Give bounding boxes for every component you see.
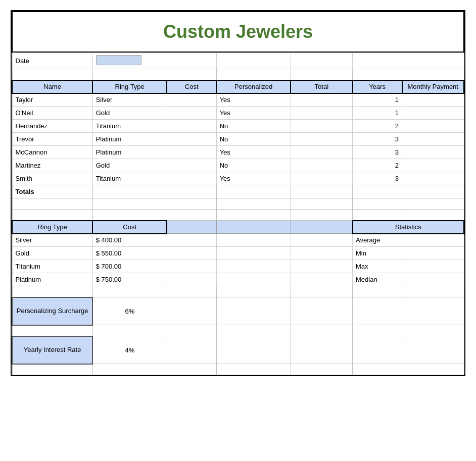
col-header-years: Years (353, 80, 402, 93)
cell-cost (167, 120, 216, 133)
lookup-row: Silver $ 400.00 Average (12, 234, 464, 247)
cell-ringtype: Titanium (92, 172, 167, 185)
cell-personalized: No (216, 159, 291, 172)
table-row: McCannon Platinum Yes 3 (12, 146, 464, 159)
empty-cell (167, 53, 216, 69)
cell-name: Smith (12, 172, 92, 185)
cell-personalized: Yes (216, 146, 291, 159)
col-header-personalized: Personalized (216, 80, 291, 93)
lookup-ringtype-1: Gold (12, 247, 92, 260)
cell-personalized: Yes (216, 107, 291, 120)
surcharge-value: 6% (92, 297, 167, 325)
column-headers: Name Ring Type Cost Personalized Total Y… (12, 80, 464, 93)
cell-name: Taylor (12, 93, 92, 107)
spacer-row (12, 325, 464, 336)
stat-value-3 (402, 273, 464, 286)
cell-personalized: Yes (216, 172, 291, 185)
cell-name: Trevor (12, 133, 92, 146)
col-header-ringtype: Ring Type (92, 80, 167, 93)
cell-years: 1 (353, 107, 402, 120)
cell-name: McCannon (12, 146, 92, 159)
cell-years: 3 (353, 172, 402, 185)
cell-cost (167, 133, 216, 146)
surcharge-label: Personalizing Surcharge (12, 297, 92, 325)
stat-label-2: Max (353, 260, 402, 273)
spacer-row (12, 69, 464, 80)
col-header-name: Name (12, 80, 92, 93)
cell-personalized: Yes (216, 93, 291, 107)
spreadsheet-container: Custom Jewelers Date Name Ring Type Cost… (11, 10, 465, 376)
cell-monthly (402, 172, 464, 185)
totals-label: Totals (12, 185, 92, 198)
cell-total (291, 159, 352, 172)
cell-ringtype: Titanium (92, 120, 167, 133)
empty-cell (353, 53, 402, 69)
spacer-row (12, 364, 464, 375)
lookup-cost-3: $ 750.00 (92, 273, 167, 286)
cell-name: Martinez (12, 159, 92, 172)
surcharge-row: Personalizing Surcharge 6% (12, 297, 464, 325)
col-header-cost: Cost (167, 80, 216, 93)
table-row: Smith Titanium Yes 3 (12, 172, 464, 185)
table-row: O'Neil Gold Yes 1 (12, 107, 464, 120)
spacer-row (12, 210, 464, 221)
cell-personalized: No (216, 120, 291, 133)
lookup-ringtype-3: Platinum (12, 273, 92, 286)
statistics-header: Statistics (353, 221, 464, 234)
cell-ringtype: Gold (92, 159, 167, 172)
date-value[interactable] (96, 55, 141, 65)
lookup-row: Gold $ 550.00 Min (12, 247, 464, 260)
lookup-header-ringtype: Ring Type (12, 221, 92, 234)
cell-years: 2 (353, 120, 402, 133)
stat-label-3: Median (353, 273, 402, 286)
empty-cell (216, 53, 291, 69)
cell-monthly (402, 146, 464, 159)
cell-monthly (402, 93, 464, 107)
stat-label-0: Average (353, 234, 402, 247)
cell-total (291, 93, 352, 107)
cell-cost (167, 107, 216, 120)
cell-ringtype: Silver (92, 93, 167, 107)
stat-value-2 (402, 260, 464, 273)
cell-cost (167, 159, 216, 172)
lookup-ringtype-2: Titanium (12, 260, 92, 273)
table-row: Martinez Gold No 2 (12, 159, 464, 172)
lookup-cost-1: $ 550.00 (92, 247, 167, 260)
cell-cost (167, 172, 216, 185)
date-input-cell[interactable] (92, 53, 167, 69)
cell-ringtype: Gold (92, 107, 167, 120)
stat-label-1: Min (353, 247, 402, 260)
cell-monthly (402, 159, 464, 172)
cell-ringtype: Platinum (92, 133, 167, 146)
lookup-cost-0: $ 400.00 (92, 234, 167, 247)
lookup-row: Titanium $ 700.00 Max (12, 260, 464, 273)
date-row: Date (12, 53, 464, 69)
main-table: Date Name Ring Type Cost Personalized To… (12, 53, 464, 375)
empty-cell (291, 53, 352, 69)
lookup-header-cost: Cost (92, 221, 167, 234)
cell-years: 2 (353, 159, 402, 172)
col-header-total: Total (291, 80, 352, 93)
spacer-row (12, 286, 464, 297)
title-row: Custom Jewelers (12, 11, 464, 53)
stat-value-1 (402, 247, 464, 260)
interest-value: 4% (92, 336, 167, 364)
cell-cost (167, 146, 216, 159)
cell-monthly (402, 107, 464, 120)
lookup-cost-2: $ 700.00 (92, 260, 167, 273)
interest-label: Yearly Interest Rate (12, 336, 92, 364)
app-title: Custom Jewelers (163, 21, 313, 42)
cell-years: 1 (353, 93, 402, 107)
lookup-header-row: Ring Type Cost Statistics (12, 221, 464, 234)
table-row: Taylor Silver Yes 1 (12, 93, 464, 107)
cell-total (291, 172, 352, 185)
cell-monthly (402, 133, 464, 146)
date-label: Date (12, 53, 92, 69)
cell-total (291, 107, 352, 120)
lookup-row: Platinum $ 750.00 Median (12, 273, 464, 286)
lookup-ringtype-0: Silver (12, 234, 92, 247)
cell-ringtype: Platinum (92, 146, 167, 159)
table-row: Hernandez Titanium No 2 (12, 120, 464, 133)
cell-name: Hernandez (12, 120, 92, 133)
stat-value-0 (402, 234, 464, 247)
